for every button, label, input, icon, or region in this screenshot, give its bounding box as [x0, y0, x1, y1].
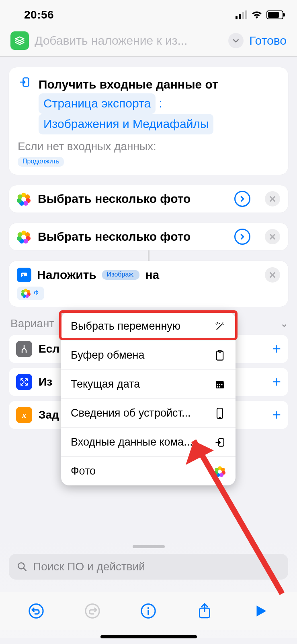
bottom-toolbar — [0, 592, 297, 630]
label: Получить входные данные от — [39, 78, 218, 91]
input-arrow-icon — [18, 75, 31, 89]
info-button[interactable] — [139, 602, 157, 620]
bottom-area: Поиск ПО и действий — [0, 541, 297, 644]
status-bar: 20:56 — [0, 0, 297, 26]
action-text: Получить входные данные от Страница эксп… — [39, 75, 279, 134]
row-label: Выбрать переменную — [71, 320, 180, 332]
add-suggestion-button[interactable]: + — [272, 341, 281, 357]
photos-app-icon — [17, 192, 31, 206]
add-suggestion-button[interactable]: + — [272, 407, 281, 423]
branch-icon — [16, 341, 32, 357]
action-overlay-image[interactable]: Наложить Изображ. на Ф — [9, 261, 288, 307]
delete-action-button[interactable] — [265, 191, 280, 206]
nav-bar: Добавить наложение к из... Готово — [0, 26, 297, 57]
svg-point-12 — [23, 239, 28, 244]
svg-point-29 — [223, 324, 224, 325]
colon: : — [159, 97, 162, 110]
expand-button[interactable] — [228, 33, 244, 48]
popover-clipboard[interactable]: Буфер обмена — [61, 341, 236, 369]
suggestions-header-text: Вариант — [10, 317, 54, 330]
calendar-icon — [214, 378, 226, 390]
resize-icon — [16, 374, 32, 390]
shortcut-app-icon[interactable] — [10, 31, 29, 50]
overlay-word-1: Наложить — [37, 268, 96, 282]
search-placeholder: Поиск ПО и действий — [33, 560, 145, 573]
token-continue[interactable]: Продолжить — [18, 157, 64, 167]
run-button[interactable] — [252, 602, 270, 620]
magic-wand-icon — [214, 320, 226, 332]
svg-rect-38 — [219, 386, 220, 387]
token-image-selected[interactable]: Изображ. — [102, 270, 140, 280]
svg-point-26 — [24, 291, 27, 294]
token-text: Ф — [34, 289, 39, 297]
row-label: Фото — [71, 465, 96, 477]
row-label: Текущая дата — [71, 378, 140, 390]
popover-shortcut-input[interactable]: Входные данные кома... — [61, 427, 236, 456]
variable-icon: x — [16, 407, 32, 423]
action-label: Выбрать несколько фото — [38, 192, 227, 206]
add-suggestion-button[interactable]: + — [272, 374, 281, 390]
delete-action-button[interactable] — [265, 229, 280, 244]
device-icon — [214, 407, 226, 419]
expand-arrow-button[interactable] — [234, 229, 250, 245]
overlay-image-icon — [17, 268, 31, 282]
home-indicator[interactable] — [100, 635, 197, 638]
battery-icon — [266, 10, 283, 19]
input-icon — [214, 436, 226, 448]
svg-point-49 — [218, 469, 221, 473]
svg-rect-40 — [219, 417, 221, 418]
svg-point-4 — [23, 201, 28, 206]
search-icon — [17, 561, 27, 572]
svg-point-54 — [29, 604, 43, 618]
popover-device-details[interactable]: Сведения об устройст... — [61, 398, 236, 427]
svg-rect-35 — [219, 384, 220, 385]
svg-rect-36 — [221, 384, 222, 385]
undo-button[interactable] — [27, 602, 45, 620]
row-label: Входные данные кома... — [71, 436, 193, 448]
svg-rect-33 — [216, 383, 224, 388]
token-export-page[interactable]: Страница экспорта — [39, 93, 156, 114]
svg-point-16 — [22, 235, 26, 239]
popover-select-variable[interactable]: Выбрать переменную — [61, 312, 236, 341]
popover-current-date[interactable]: Текущая дата — [61, 369, 236, 398]
workflow-content: Получить входные данные от Страница эксп… — [0, 57, 297, 429]
shortcut-title[interactable]: Добавить наложение к из... — [35, 34, 223, 47]
expand-arrow-button[interactable] — [234, 191, 250, 207]
variable-picker-popover: Выбрать переменную Буфер обмена Текущая … — [61, 312, 236, 485]
wifi-icon — [251, 10, 262, 19]
clipboard-icon — [214, 349, 226, 361]
svg-line-53 — [24, 568, 26, 571]
svg-point-7 — [18, 194, 23, 199]
svg-point-48 — [215, 467, 219, 471]
sheet-grabber[interactable] — [133, 545, 165, 548]
cellular-signal-icon — [236, 10, 247, 19]
popover-photos[interactable]: Фото — [61, 456, 236, 485]
status-icons — [236, 10, 283, 19]
overlay-word-2: на — [145, 268, 159, 282]
status-time: 20:56 — [24, 8, 54, 21]
action-select-photos-1[interactable]: Выбрать несколько фото — [9, 185, 288, 213]
delete-action-button[interactable] — [265, 267, 280, 283]
svg-point-28 — [223, 322, 223, 323]
token-images-media[interactable]: Изображения и Медиафайлы — [39, 114, 213, 134]
svg-rect-39 — [217, 408, 223, 419]
action-receive-input[interactable]: Получить входные данные от Страница эксп… — [9, 67, 288, 175]
photos-app-icon — [21, 288, 31, 298]
photos-app-icon — [214, 465, 226, 477]
photos-app-icon — [17, 230, 31, 244]
svg-rect-37 — [217, 386, 218, 387]
action-select-photos-2[interactable]: Выбрать несколько фото — [9, 223, 288, 250]
done-button[interactable]: Готово — [249, 34, 287, 47]
svg-point-27 — [217, 322, 217, 323]
token-photo-variable[interactable]: Ф — [17, 287, 44, 300]
svg-point-8 — [22, 197, 26, 201]
svg-point-22 — [25, 295, 29, 298]
share-button[interactable] — [196, 602, 213, 620]
svg-point-15 — [18, 232, 23, 237]
search-field[interactable]: Поиск ПО и действий — [9, 554, 288, 580]
redo-button[interactable] — [84, 602, 101, 620]
action-label: Выбрать несколько фото — [38, 230, 227, 244]
connector-line — [148, 250, 150, 261]
chevron-down-icon: ⌄ — [280, 318, 288, 329]
row-label: Сведения об устройст... — [71, 407, 190, 419]
